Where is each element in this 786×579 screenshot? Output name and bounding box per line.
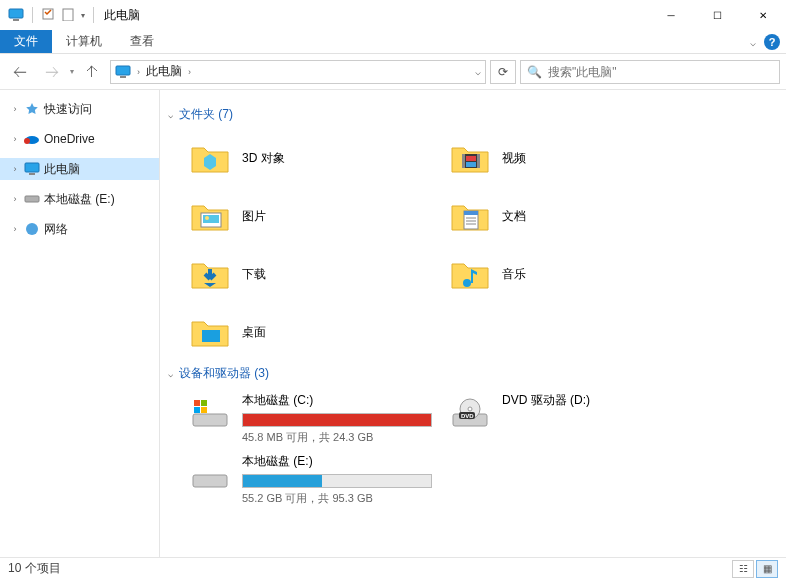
svg-rect-5 — [120, 76, 126, 78]
chevron-right-icon-2[interactable]: › — [188, 67, 191, 77]
view-details-button[interactable]: ☷ — [732, 560, 754, 578]
svg-rect-31 — [201, 407, 207, 413]
svg-rect-0 — [9, 9, 23, 18]
chevron-right-icon[interactable]: › — [10, 164, 20, 174]
search-box[interactable]: 🔍 — [520, 60, 780, 84]
folder-icon-docs — [448, 194, 492, 238]
address-icon — [115, 64, 131, 80]
back-button[interactable]: 🡠 — [6, 58, 34, 86]
folder-icon-3d — [188, 136, 232, 180]
drive-usage-bar — [242, 413, 432, 427]
help-icon[interactable]: ? — [764, 34, 780, 50]
search-icon: 🔍 — [527, 65, 542, 79]
up-button[interactable]: 🡡 — [78, 58, 106, 86]
svg-rect-13 — [462, 154, 465, 168]
forward-button[interactable]: 🡢 — [38, 58, 66, 86]
svg-rect-28 — [194, 400, 200, 406]
group-header-label: 设备和驱动器 (3) — [179, 365, 269, 382]
folder-desktop[interactable]: 桌面 — [186, 305, 446, 359]
body: › 快速访问 › OneDrive › 此电脑 › 本地磁盘 (E:) › 网络 — [0, 90, 786, 557]
window-title: 此电脑 — [104, 7, 140, 24]
folder-icon-music — [448, 252, 492, 296]
svg-point-25 — [463, 279, 471, 287]
drive-e[interactable]: 本地磁盘 (E:) 55.2 GB 可用，共 95.3 GB — [186, 451, 446, 508]
drive-name: 本地磁盘 (C:) — [242, 392, 444, 409]
drive-status: 45.8 MB 可用，共 24.3 GB — [242, 430, 444, 445]
sidebar-item-onedrive[interactable]: › OneDrive — [0, 128, 159, 150]
title-bar: ▾ 此电脑 ─ ☐ ✕ — [0, 0, 786, 30]
star-icon — [24, 101, 40, 117]
onedrive-icon — [24, 131, 40, 147]
svg-rect-8 — [25, 163, 39, 172]
drive-c[interactable]: 本地磁盘 (C:) 45.8 MB 可用，共 24.3 GB — [186, 390, 446, 447]
ribbon-tab-file[interactable]: 文件 — [0, 30, 52, 53]
folder-label: 音乐 — [502, 266, 526, 283]
maximize-button[interactable]: ☐ — [694, 0, 740, 30]
sidebar-item-label: OneDrive — [44, 132, 95, 146]
svg-rect-15 — [466, 156, 476, 161]
chevron-down-icon[interactable]: ⌵ — [168, 369, 173, 379]
sidebar-item-network[interactable]: › 网络 — [0, 218, 159, 240]
folder-icon-pictures — [188, 194, 232, 238]
group-header-label: 文件夹 (7) — [179, 106, 233, 123]
folder-music[interactable]: 音乐 — [446, 247, 706, 301]
drive-icon-dvd: DVD — [448, 392, 492, 436]
address-dropdown-icon[interactable]: ⌵ — [475, 66, 481, 77]
folder-label: 下载 — [242, 266, 266, 283]
ribbon-tabs: 文件 计算机 查看 ⌵ ? — [0, 30, 786, 54]
folder-label: 图片 — [242, 208, 266, 225]
folder-videos[interactable]: 视频 — [446, 131, 706, 185]
svg-rect-26 — [202, 330, 220, 342]
sidebar-item-label: 此电脑 — [44, 161, 80, 178]
folder-label: 视频 — [502, 150, 526, 167]
content-pane: ⌵ 文件夹 (7) 3D 对象 视频 图片 文档 下载 — [160, 90, 786, 557]
svg-point-34 — [468, 407, 472, 411]
pc-icon — [24, 161, 40, 177]
drive-dvd[interactable]: DVD DVD 驱动器 (D:) — [446, 390, 706, 447]
refresh-button[interactable]: ⟳ — [490, 60, 516, 84]
chevron-right-icon[interactable]: › — [10, 224, 20, 234]
drive-status: 55.2 GB 可用，共 95.3 GB — [242, 491, 444, 506]
folder-documents[interactable]: 文档 — [446, 189, 706, 243]
folder-pictures[interactable]: 图片 — [186, 189, 446, 243]
svg-rect-30 — [194, 407, 200, 413]
chevron-right-icon[interactable]: › — [10, 104, 20, 114]
chevron-right-icon[interactable]: › — [137, 67, 140, 77]
qat-newfolder-icon[interactable] — [61, 7, 75, 24]
svg-rect-1 — [13, 19, 19, 21]
drives-grid: 本地磁盘 (C:) 45.8 MB 可用，共 24.3 GB DVD DVD 驱… — [186, 390, 778, 508]
chevron-down-icon[interactable]: ⌵ — [168, 110, 173, 120]
view-large-icons-button[interactable]: ▦ — [756, 560, 778, 578]
ribbon-expand-icon[interactable]: ⌵ — [750, 37, 756, 48]
sidebar-item-label: 网络 — [44, 221, 68, 238]
qat-dropdown-icon[interactable]: ▾ — [81, 11, 85, 20]
svg-rect-3 — [63, 9, 73, 21]
minimize-button[interactable]: ─ — [648, 0, 694, 30]
folder-label: 文档 — [502, 208, 526, 225]
ribbon-tab-computer[interactable]: 计算机 — [52, 30, 116, 53]
svg-rect-14 — [477, 154, 480, 168]
breadcrumb-root[interactable]: 此电脑 — [146, 63, 182, 80]
svg-rect-16 — [466, 162, 476, 167]
sidebar-item-thispc[interactable]: › 此电脑 — [0, 158, 159, 180]
folder-downloads[interactable]: 下载 — [186, 247, 446, 301]
sidebar-item-label: 快速访问 — [44, 101, 92, 118]
address-bar[interactable]: › 此电脑 › ⌵ — [110, 60, 486, 84]
folder-3dobjects[interactable]: 3D 对象 — [186, 131, 446, 185]
ribbon-tab-view[interactable]: 查看 — [116, 30, 168, 53]
history-dropdown-icon[interactable]: ▾ — [70, 67, 74, 76]
close-button[interactable]: ✕ — [740, 0, 786, 30]
status-bar: 10 个项目 ☷ ▦ — [0, 557, 786, 579]
search-input[interactable] — [548, 65, 773, 79]
qat-properties-icon[interactable] — [41, 7, 55, 24]
sidebar-item-drive-e[interactable]: › 本地磁盘 (E:) — [0, 188, 159, 210]
group-header-drives[interactable]: ⌵ 设备和驱动器 (3) — [168, 365, 778, 382]
chevron-right-icon[interactable]: › — [10, 194, 20, 204]
sidebar-item-quickaccess[interactable]: › 快速访问 — [0, 98, 159, 120]
drive-name: 本地磁盘 (E:) — [242, 453, 444, 470]
group-header-folders[interactable]: ⌵ 文件夹 (7) — [168, 106, 778, 123]
sidebar-item-label: 本地磁盘 (E:) — [44, 191, 115, 208]
app-icon — [8, 7, 24, 23]
drive-icon-hdd — [188, 453, 232, 497]
chevron-right-icon[interactable]: › — [10, 134, 20, 144]
